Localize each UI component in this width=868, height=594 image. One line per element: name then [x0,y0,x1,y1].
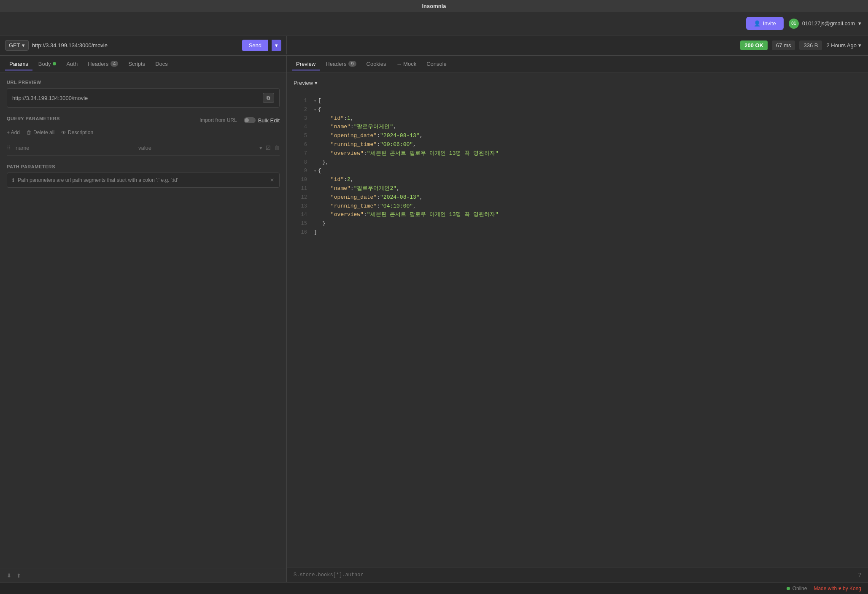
preview-dropdown[interactable]: Preview ▾ [294,76,318,89]
response-time-badge: 67 ms [772,40,795,50]
toggle-knob [245,118,249,122]
main-content: URL PREVIEW http://3.34.199.134:3000/mov… [0,73,868,582]
description-link[interactable]: 👁 Description [61,130,93,135]
preview-chevron-icon: ▾ [315,80,318,86]
param-dropdown-icon[interactable]: ▾ [259,145,262,151]
json-line-5: 5 "opening_date" : "2024-08-13" , [294,132,861,140]
request-panel-content: URL PREVIEW http://3.34.199.134:3000/mov… [0,73,286,569]
online-indicator: Online [787,586,807,591]
invite-button[interactable]: 👤 Invite [746,17,784,30]
status-bar: Online Made with ♥ by Kong [0,582,868,594]
add-param-link[interactable]: + Add [7,130,20,135]
download-icon[interactable]: ⬇ [7,572,11,579]
tab-console[interactable]: Console [422,58,451,70]
param-actions-row: + Add 🗑 Delete all 👁 Description [7,130,280,135]
copy-url-button[interactable]: ⧉ [263,93,274,103]
path-params-label: PATH PARAMETERS [7,164,280,169]
preview-bar: Preview ▾ [287,73,868,93]
json-line-13: 13 "running_time" : "04:10:00" , [294,202,861,211]
response-tabs: Preview Headers 9 Cookies → Mock Console [287,56,868,73]
eye-icon: 👁 [61,130,66,135]
json-line-12: 12 "opening_date" : "2024-08-13" , [294,193,861,202]
bulk-edit-switch [244,117,256,123]
expand-icon[interactable]: ▾ [314,98,316,105]
json-line-10: 10 "id" : 2 , [294,176,861,184]
import-url-link[interactable]: Import from URL [199,117,237,123]
tab-mock[interactable]: → Mock [392,58,421,70]
send-dropdown-button[interactable]: ▾ [272,40,281,51]
param-delete-icon[interactable]: 🗑 [274,145,280,151]
expand-icon[interactable]: ▾ [314,168,316,175]
json-line-2: 2 ▾ { [294,105,861,114]
upload-icon[interactable]: ⬆ [16,572,21,579]
query-params-label: QUERY PARAMETERS [7,116,60,121]
chevron-down-icon: ▾ [858,20,861,27]
app-title: Insomnia [422,3,446,9]
param-check-icon[interactable]: ☑ [266,145,271,151]
time-chevron-icon: ▾ [858,42,861,49]
response-status-section: 200 OK 67 ms 336 B 2 Hours Ago ▾ [287,37,868,54]
json-line-7: 7 "overview" : "세븐틴 콘서트 팔로우 아게인 13명 꼭 영원… [294,149,861,158]
path-params-info-box: ℹ Path parameters are url path segments … [7,173,280,188]
status-badge: 200 OK [740,40,768,50]
url-input[interactable] [32,42,239,49]
json-viewer: 1 ▾ [ 2 ▾ { 3 "id" : 1 , 4 [287,93,868,567]
json-line-1: 1 ▾ [ [294,97,861,105]
response-size-badge: 336 B [799,40,822,50]
close-info-icon[interactable]: ✕ [270,177,274,183]
delete-all-link[interactable]: 🗑 Delete all [27,130,54,135]
expand-icon[interactable]: ▾ [314,107,316,113]
send-button[interactable]: Send [242,40,268,51]
tab-body[interactable]: Body [34,58,61,70]
made-with: Made with ♥ by Kong [814,586,861,591]
param-value-input[interactable] [137,143,256,153]
body-dot [53,62,56,65]
method-chevron-icon: ▾ [22,42,25,49]
tab-preview[interactable]: Preview [292,58,320,70]
query-actions: Import from URL Bulk Edit [199,117,280,124]
tab-cookies[interactable]: Cookies [362,58,391,70]
heart-icon: ♥ [838,586,842,591]
json-line-11: 11 "name" : "팔로우어게인2" , [294,184,861,193]
tab-scripts[interactable]: Scripts [124,58,149,70]
tab-params[interactable]: Params [5,58,32,70]
jq-input[interactable] [294,572,855,578]
json-line-14: 14 "overview" : "세븐틴 콘서트 팔로우 아게인 13명 꼭 영… [294,211,861,219]
json-line-16: 16 ] [294,228,861,237]
method-label: GET [9,42,20,49]
url-preview-label: URL PREVIEW [7,80,280,85]
time-ago: 2 Hours Ago ▾ [826,42,861,49]
invite-icon: 👤 [754,20,760,27]
param-row: ⠿ ▾ ☑ 🗑 [7,140,280,156]
json-line-9: 9 ▾ { [294,167,861,176]
url-preview-box: http://3.34.199.134:3000/movie ⧉ [7,88,280,108]
json-line-8: 8 }, [294,158,861,167]
url-response-bar: GET ▾ Send ▾ 200 OK 67 ms 336 B 2 Hours … [0,35,868,56]
jq-help-icon[interactable]: ? [858,572,861,578]
user-menu[interactable]: 01 010127js@gmail.com ▾ [789,19,861,29]
jq-bar: ? [287,567,868,582]
tabs-container: Params Body Auth Headers 4 Scripts Docs … [0,56,868,73]
preview-label: Preview [294,80,313,86]
invite-label: Invite [763,20,776,27]
tab-docs[interactable]: Docs [151,58,172,70]
panel-bottom-bar: ⬇ ⬆ [0,569,286,582]
tab-response-headers[interactable]: Headers 9 [321,58,360,70]
top-toolbar: 👤 Invite 01 010127js@gmail.com ▾ [0,12,868,35]
tab-auth[interactable]: Auth [62,58,82,70]
request-panel: URL PREVIEW http://3.34.199.134:3000/mov… [0,73,287,582]
tab-headers[interactable]: Headers 4 [84,58,122,70]
drag-handle-icon: ⠿ [7,145,11,151]
request-tabs: Params Body Auth Headers 4 Scripts Docs [0,56,287,73]
bulk-edit-toggle[interactable]: Bulk Edit [244,117,280,124]
user-avatar: 01 [789,19,799,29]
json-line-3: 3 "id" : 1 , [294,114,861,123]
query-params-header: QUERY PARAMETERS Import from URL Bulk Ed… [7,116,280,124]
online-dot [787,587,790,590]
user-email: 010127js@gmail.com [802,20,855,27]
json-line-4: 4 "name" : "팔로우어게인" , [294,123,861,132]
url-preview-value: http://3.34.199.134:3000/movie [12,95,88,101]
method-selector[interactable]: GET ▾ [5,40,29,51]
param-name-input[interactable] [14,143,133,153]
online-label: Online [793,586,807,591]
